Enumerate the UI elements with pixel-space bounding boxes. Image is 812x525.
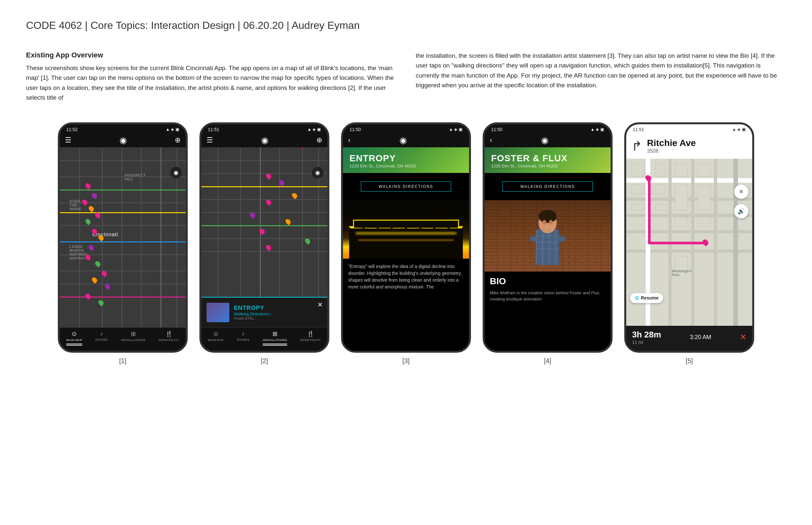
main-map-icon-2: ⊙ bbox=[213, 330, 218, 338]
phone-1-map[interactable]: Cincinnati PROSPECTHILL OVER-THE-RHINE L… bbox=[60, 147, 186, 327]
map-pin[interactable] bbox=[88, 244, 95, 251]
nav-footer: 3h 28m 11 mi 3:20 AM ✕ bbox=[626, 326, 752, 349]
phone-4-status-icons: ▲ ◈ ▣ bbox=[591, 127, 604, 132]
phone-4-bio-header: FOSTER & FLUX 1225 Elm St., Cincinnati, … bbox=[484, 147, 611, 173]
nav-installations-2[interactable]: ⊞ INSTALLATIONS bbox=[263, 330, 287, 346]
phone-3-installation-address: 1225 Elm St., Cincinnati, OH 45202 bbox=[349, 164, 463, 168]
popup-title[interactable]: ENTROPY bbox=[234, 305, 271, 312]
nav-clock: 3:20 AM bbox=[690, 334, 711, 341]
nav-block-9 bbox=[675, 185, 688, 211]
eye-icon-4[interactable]: ◉ bbox=[541, 135, 549, 145]
popup-close-btn[interactable]: ✕ bbox=[317, 301, 323, 309]
phone-2-bottomnav: ⊙ MAIN MAP ♪ STAGES ⊞ INSTALLATIONS 🍴 HO… bbox=[201, 327, 328, 349]
nav-road-v5 bbox=[734, 159, 738, 326]
nav-main-map[interactable]: ⊙ MAIN MAP bbox=[66, 330, 82, 346]
svg-point-7 bbox=[542, 220, 546, 225]
map-pin[interactable] bbox=[88, 205, 95, 212]
bio-title: BIO bbox=[490, 276, 606, 286]
installations-icon: ⊞ bbox=[131, 330, 136, 338]
walking-dir-link[interactable]: Walking Directions › bbox=[234, 312, 271, 316]
nav-installations[interactable]: ⊞ INSTALLATIONS bbox=[121, 330, 145, 346]
phone-2-map[interactable]: ◉ ENTROPY Walking Directions › Foster & … bbox=[201, 147, 328, 327]
installations-label: INSTALLATIONS bbox=[121, 339, 145, 342]
walking-directions-btn-4[interactable]: WALKING DIRECTIONS bbox=[503, 181, 593, 192]
region-label-2: OVER-THE-RHINE bbox=[70, 199, 82, 211]
popup-subtitle[interactable]: Walking Directions › bbox=[234, 312, 271, 316]
building-glow bbox=[358, 239, 454, 241]
route-line-h bbox=[648, 242, 707, 244]
turn-direction: ↱ bbox=[632, 138, 642, 153]
menu-icon-2[interactable]: ☰ bbox=[206, 136, 213, 145]
building-structure bbox=[349, 226, 463, 259]
map-pin[interactable] bbox=[91, 276, 98, 284]
map-pin-2c[interactable] bbox=[291, 192, 299, 199]
nav-list-btn[interactable]: ≡ bbox=[734, 185, 748, 199]
nav-map[interactable]: ≡ 🔊 ⊙ Resume WashingtonPark bbox=[626, 159, 752, 326]
phone-3-status-bar: 11:50 ▲ ◈ ▣ bbox=[343, 124, 469, 133]
eye-icon-3[interactable]: ◉ bbox=[400, 135, 407, 145]
svg-rect-9 bbox=[530, 236, 546, 242]
nav-stages-2[interactable]: ♪ STAGES bbox=[237, 330, 249, 346]
nav-distance: 350ft bbox=[647, 148, 696, 154]
phone-2-wrapper: 11:51 ▲ ◈ ▣ ☰ ◉ ⊕ bbox=[200, 122, 329, 365]
phone-5-time: 11:51 bbox=[633, 127, 644, 132]
compass-icon[interactable]: ⊕ bbox=[175, 136, 180, 145]
walking-btn-container: WALKING DIRECTIONS bbox=[343, 173, 469, 200]
back-icon-3[interactable]: ‹ bbox=[348, 136, 350, 145]
compass-icon-2[interactable]: ⊕ bbox=[316, 136, 322, 145]
phone-3-installation-title: ENTROPY bbox=[349, 153, 463, 164]
map-pin[interactable] bbox=[81, 198, 89, 206]
map-pin-2f[interactable] bbox=[285, 218, 292, 225]
map-pin[interactable] bbox=[85, 292, 92, 300]
popup-thumbnail bbox=[206, 303, 229, 322]
popup-thumb-img bbox=[206, 303, 229, 322]
popup-artist: Foster & Flu... bbox=[234, 316, 271, 320]
installations-icon-2: ⊞ bbox=[273, 330, 277, 338]
eye-icon-2[interactable]: ◉ bbox=[261, 135, 269, 145]
map-pin[interactable] bbox=[91, 192, 98, 199]
resume-icon: ⊙ bbox=[635, 295, 639, 301]
nav-main-map-2[interactable]: ⊙ MAIN MAP bbox=[208, 330, 224, 346]
nav-speaker-btn[interactable]: 🔊 bbox=[734, 204, 748, 219]
phone-1-status-icons: ▲ ◈ ▣ bbox=[166, 127, 179, 132]
phone-1-label: [1] bbox=[119, 357, 126, 365]
menu-icon[interactable]: ☰ bbox=[65, 136, 71, 145]
nav-block-12 bbox=[698, 217, 711, 227]
nav-block-11 bbox=[675, 217, 688, 227]
phone-3-label: [3] bbox=[403, 357, 409, 365]
building-lights bbox=[356, 232, 456, 234]
nav-stages[interactable]: ♪ STAGES bbox=[95, 330, 108, 346]
svg-point-8 bbox=[549, 220, 553, 225]
map-pin[interactable] bbox=[85, 182, 92, 190]
region-label-1: PROSPECTHILL bbox=[125, 173, 146, 181]
map-pin[interactable] bbox=[85, 218, 92, 225]
map-pin-2i[interactable] bbox=[265, 244, 273, 251]
eye-icon[interactable]: ◉ bbox=[119, 135, 127, 145]
phone-5-label: [5] bbox=[686, 357, 693, 365]
hospitality-icon: 🍴 bbox=[165, 330, 173, 338]
resume-label: Resume bbox=[641, 295, 658, 300]
nav-street-name: Ritchie Ave bbox=[647, 138, 696, 148]
back-icon-4[interactable]: ‹ bbox=[490, 136, 492, 145]
map-pin[interactable] bbox=[98, 299, 105, 306]
phone-3-frame: 11:50 ▲ ◈ ▣ ‹ ◉ ENTROPY 1225 Elm St., Ci… bbox=[341, 122, 471, 353]
nav-hospitality-2[interactable]: 🍴 HOSPITALITY bbox=[300, 330, 321, 346]
nav-close-btn[interactable]: ✕ bbox=[740, 333, 746, 342]
layer-button-2[interactable]: ◉ bbox=[312, 167, 323, 178]
map-pin[interactable] bbox=[94, 260, 102, 267]
layer-button[interactable]: ◉ bbox=[170, 167, 182, 178]
stages-icon-2: ♪ bbox=[242, 330, 245, 337]
nav-eta-time: 3h 28m bbox=[632, 330, 661, 340]
nav-hospitality[interactable]: 🍴 HOSPITALITY bbox=[159, 330, 179, 346]
phone-3-body: "Entropy" will explore the idea of a dig… bbox=[343, 259, 469, 351]
nav-block-1 bbox=[631, 164, 644, 177]
phone-1-bottomnav: ⊙ MAIN MAP ♪ STAGES ⊞ INSTALLATIONS 🍴 HO… bbox=[60, 327, 186, 349]
nav-block-8 bbox=[698, 164, 711, 177]
nav-street-info: Ritchie Ave 350ft bbox=[647, 138, 696, 154]
nav-resume-btn[interactable]: ⊙ Resume bbox=[630, 293, 663, 303]
nav-header: ↱ Ritchie Ave 350ft bbox=[626, 133, 752, 159]
walking-directions-btn[interactable]: WALKING DIRECTIONS bbox=[361, 181, 451, 192]
popup-card: ENTROPY Walking Directions › Foster & Fl… bbox=[201, 297, 328, 327]
region-label-3: LANDSWORTHHISTORICDISTRICT bbox=[70, 245, 88, 260]
phone-2-status-bar: 11:51 ▲ ◈ ▣ bbox=[201, 124, 328, 133]
